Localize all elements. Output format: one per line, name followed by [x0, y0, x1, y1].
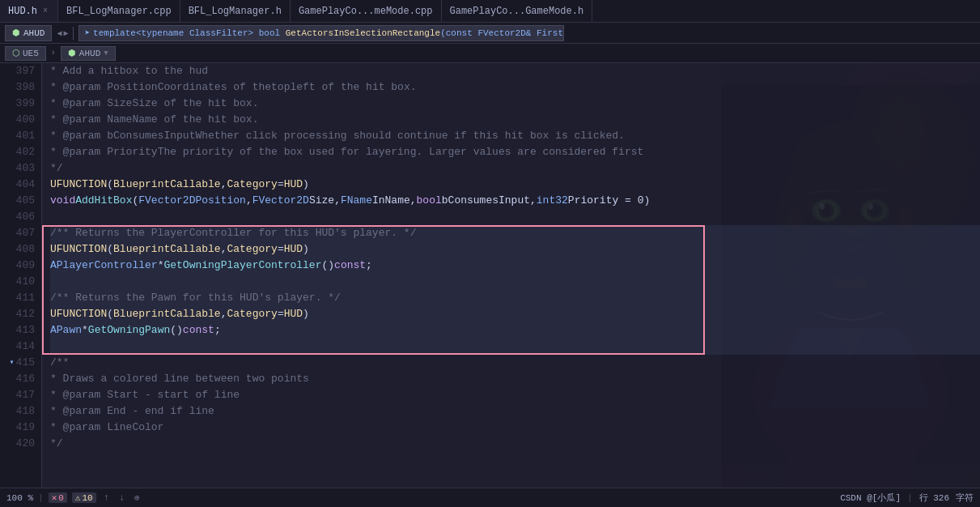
code-token: const [183, 322, 214, 339]
code-line-405: void AddHitBox(FVector2D Position, FVect… [50, 193, 980, 209]
code-token: APlayerController [50, 258, 158, 274]
code-token: = [278, 241, 284, 258]
line-number-409: 409 [0, 258, 41, 274]
code-line-398: * @param Position Coordinates of the top… [50, 79, 980, 96]
zoom-level: 100 % [6, 493, 33, 503]
code-token: * @param Position [50, 79, 158, 96]
close-tab-button[interactable]: × [41, 6, 49, 15]
code-line-397: * Add a hitbox to the hud [50, 63, 980, 79]
tab-label: HUD.h [8, 6, 37, 17]
code-token: UFUNCTION [50, 306, 107, 322]
code-token: The priority of the box used for layerin… [158, 144, 644, 160]
class-dropdown-arrow-icon: ▼ [104, 49, 108, 58]
code-token: BlueprintCallable [113, 177, 221, 193]
code-token: int32 [537, 193, 568, 209]
code-token: * @param bConsumesInput [50, 128, 195, 144]
code-line-410 [50, 274, 980, 290]
code-line-399: * @param Size Size of the hit box. [50, 96, 980, 112]
class-dropdown-text: AHUD [79, 49, 100, 58]
code-token: GetOwningPlayerController [163, 258, 321, 274]
code-line-413: APawn* GetOwningPawn() const; [50, 322, 980, 339]
code-token: UFUNCTION [50, 177, 107, 193]
warning-indicator: ⚠ 10 [72, 492, 96, 503]
code-line-417: * @param Start - start of line [50, 387, 980, 403]
tab-hud-h[interactable]: HUD.h × [0, 0, 58, 22]
tab-label: GamePlayCo...meMode.cpp [299, 6, 433, 17]
code-token: Priority = 0) [568, 193, 650, 209]
code-line-409: APlayerController* GetOwningPlayerContro… [50, 258, 980, 274]
error-icon: ✕ [52, 492, 57, 503]
tab-bfl-log-cpp[interactable]: BFL_LogManager.cpp [58, 0, 180, 22]
code-line-408: UFUNCTION(BlueprintCallable, Category=HU… [50, 241, 980, 258]
line-number-420: 420 [0, 436, 41, 452]
code-token: AddHitBox [75, 193, 132, 209]
tab-gameplay-h[interactable]: GamePlayCo...GameMode.h [442, 0, 593, 22]
class-selector-label: ⬢ [12, 28, 20, 38]
scope-text: UE5 [23, 49, 39, 58]
code-token: ( [107, 241, 113, 258]
line-number-413: 413 [0, 322, 41, 339]
nav-up-button[interactable]: ↑ [101, 492, 112, 504]
code-token: HUD [284, 241, 303, 258]
nav-forward-button[interactable]: ▶ [63, 28, 68, 38]
code-token: left of the hit box. [290, 79, 416, 96]
code-line-411: /** Returns the Pawn for this HUD's play… [50, 290, 980, 306]
code-token: top [271, 79, 290, 96]
code-token: /** [50, 355, 69, 371]
line-number-416: 416 [0, 371, 41, 387]
code-line-407: /** Returns the PlayerController for thi… [50, 225, 980, 241]
line-number-419: 419 [0, 420, 41, 436]
code-token: InName, [372, 193, 417, 209]
code-token: HUD [284, 177, 303, 193]
code-token: ; [214, 322, 221, 339]
code-token: Category [227, 241, 277, 258]
csdn-label: CSDN @[小瓜] [840, 492, 901, 504]
status-separator: | [38, 493, 44, 503]
code-token: Position [195, 193, 245, 209]
class-selector[interactable]: ⬢ AHUD [5, 25, 52, 41]
function-selector[interactable]: ➤ template<typename ClassFilter> bool Ge… [78, 25, 564, 41]
error-count: 0 [58, 493, 64, 503]
extra-nav-button[interactable]: ⊕ [132, 492, 142, 503]
status-bar: 100 % | ✕ 0 ⚠ 10 ↑ ↓ ⊕ CSDN @[小瓜] | 行 32… [0, 488, 980, 507]
arrow-icon: ➤ [84, 28, 90, 38]
code-token: BlueprintCallable [113, 306, 221, 322]
line-number-418: 418 [0, 403, 41, 420]
line-number-402: 402 [0, 144, 41, 160]
code-token: ( [107, 177, 113, 193]
code-line-400: * @param Name Name of the hit box. [50, 112, 980, 128]
code-token: UFUNCTION [50, 241, 107, 258]
warning-count: 10 [82, 493, 92, 503]
code-token: , [221, 306, 227, 322]
code-line-420: */ [50, 436, 980, 452]
class-dropdown[interactable]: ⬢ AHUD ▼ [61, 46, 116, 61]
line-number-415: ▾415 [0, 355, 41, 371]
code-line-412: UFUNCTION(BlueprintCallable, Category=HU… [50, 306, 980, 322]
code-token: , [221, 241, 227, 258]
status-left: 100 % | ✕ 0 ⚠ 10 ↑ ↓ ⊕ [6, 492, 142, 504]
code-token: FVector2D [252, 193, 309, 209]
code-line-401: * @param bConsumesInput Whether click pr… [50, 128, 980, 144]
toolbar-separator [73, 27, 74, 40]
line-number-407: 407 [0, 225, 41, 241]
line-number-398: 398 [0, 79, 41, 96]
code-line-418: * @param End - end if line [50, 403, 980, 420]
code-line-404: UFUNCTION(BlueprintCallable, Category=HU… [50, 177, 980, 193]
separator-icon: › [51, 49, 56, 58]
fold-arrow-icon[interactable]: ▾ [10, 355, 15, 371]
code-token: FName [341, 193, 372, 209]
warning-icon: ⚠ [75, 492, 81, 503]
code-token: ) [303, 177, 309, 193]
nav-back-button[interactable]: ◀ [57, 28, 62, 38]
code-token: bConsumesInput, [442, 193, 537, 209]
code-token: * @param Size [50, 96, 132, 112]
tab-gameplay-cpp[interactable]: GamePlayCo...meMode.cpp [291, 0, 442, 22]
code-token: */ [50, 160, 63, 177]
class-icon: ⬢ [68, 48, 76, 58]
tab-bfl-log-h[interactable]: BFL_LogManager.h [180, 0, 291, 22]
nav-down-button[interactable]: ↓ [117, 492, 127, 504]
code-content[interactable]: * Add a hitbox to the hud * @param Posit… [42, 63, 980, 488]
code-token: ( [107, 306, 113, 322]
line-number-410: 410 [0, 274, 41, 290]
function-selector-text: template<typename ClassFilter> bool GetA… [93, 28, 564, 38]
